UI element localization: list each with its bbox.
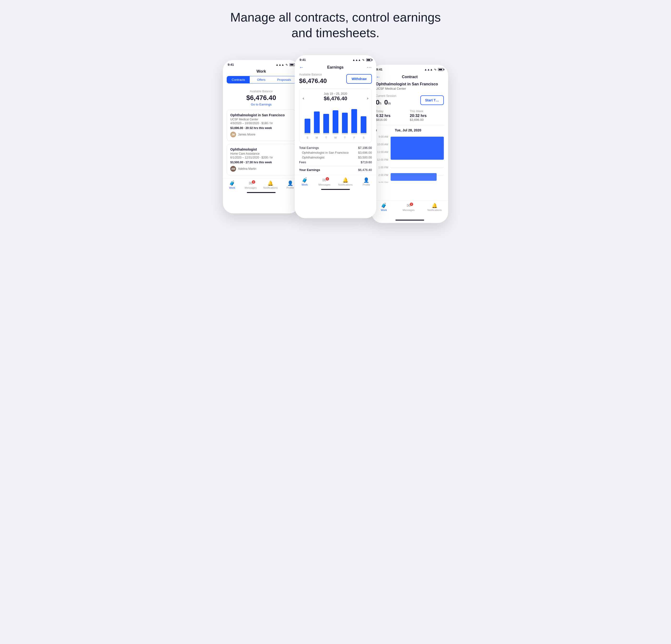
contract-card-1[interactable]: Ophthalmologist in San Francisco UCSF Me… (227, 110, 296, 141)
bar-label-0: S (303, 136, 312, 139)
bar-label-3: W (331, 136, 340, 139)
wifi-icon: ∿ (286, 63, 288, 66)
status-bar-right: 9:41 ▲▲▲ ∿ (371, 65, 448, 73)
time-slots: 9:00 AM10:00 AM11:00 AM12:00 PM1:00 PM2:… (376, 135, 444, 183)
time-label-4: 1:00 PM (376, 165, 388, 169)
week-col: This Week 20:32 hrs $3,696.00 (410, 110, 444, 122)
earnings-balance-left: Available Balance $6,476.40 (299, 73, 327, 85)
tab-offers[interactable]: Offers (250, 76, 273, 83)
contracts-tabs[interactable]: Contracts Offers Proposals (227, 76, 296, 84)
back-button-center[interactable]: ← (299, 64, 304, 70)
bar-label-6: S (359, 136, 368, 139)
fees-row: Fees $719.60 (299, 160, 372, 164)
time-label-6: 3:00 PM (376, 181, 388, 183)
time-row-6: 3:00 PM (376, 181, 444, 183)
withdraw-button[interactable]: Withdraw (346, 74, 372, 84)
bar-base-6 (361, 134, 366, 134)
bar-col-2 (321, 114, 331, 134)
start-timer-button[interactable]: Start T… (420, 96, 444, 105)
tab-notifications-right[interactable]: 🔔 Notifications (427, 203, 442, 211)
time-left: 9:41 (228, 63, 234, 66)
tab-notifications-left[interactable]: 🔔 Notifications (263, 181, 278, 189)
bar-label-1: M (312, 136, 321, 139)
profile-icon-left: 👤 (287, 181, 293, 186)
signal-icon: ▲▲▲ (276, 63, 284, 66)
contract-person-2: AM Adelina Martin (230, 166, 292, 172)
battery-icon-left (290, 63, 295, 66)
notifications-icon-left: 🔔 (267, 181, 274, 186)
bar-col-3 (331, 110, 340, 134)
phone-left: 9:41 ▲▲▲ ∿ Work Contracts Offers Proposa… (223, 60, 300, 213)
tab-work-right[interactable]: 🧳 Work (378, 203, 390, 211)
status-bar-center: 9:41 ▲▲▲ ∿ (295, 55, 376, 63)
status-icons-left: ▲▲▲ ∿ (276, 63, 295, 66)
contract-title-2: Ophthalmologist (230, 147, 292, 151)
bar-label-4: T (340, 136, 350, 139)
tab-messages-label-right: Messages (403, 209, 415, 211)
bar-label-5: F (350, 136, 359, 139)
messages-badge-left: 2 (252, 180, 255, 184)
signal-icon-c: ▲▲▲ (352, 58, 361, 62)
bar-base-1 (314, 134, 320, 134)
session-time: 0h 0m (376, 99, 396, 106)
go-earnings-link[interactable]: Go to Earnings (227, 103, 296, 106)
tab-work-left[interactable]: 🧳 Work (226, 181, 238, 189)
tab-work-label-center: Work (302, 183, 308, 186)
home-indicator-center (321, 189, 350, 190)
profile-icon-center: 👤 (363, 178, 369, 183)
back-button-right[interactable]: ← (376, 74, 381, 79)
chart-section: ‹ July 19 – 25, 2020 $6,476.40 › SMTWTFS (299, 88, 372, 143)
battery-icon-center (366, 59, 371, 61)
tab-bar-left: 🧳 Work ✉ 2 Messages 🔔 Notifications 👤 Pr… (223, 178, 300, 190)
tab-profile-center[interactable]: 👤 Profile (360, 178, 372, 186)
contract-person-1: JM James Moore (230, 132, 292, 137)
earnings-totals: Total Earnings $7,196.00 Ophthalmologist… (295, 143, 376, 172)
tab-notifications-center[interactable]: 🔔 Notifications (338, 178, 353, 186)
time-label-2: 11:00 AM (376, 150, 388, 153)
tab-messages-center[interactable]: ✉ 2 Messages (318, 178, 330, 186)
messages-badge-center: 2 (326, 177, 329, 181)
e-label: Available Balance (299, 73, 327, 76)
phones-container: 9:41 ▲▲▲ ∿ Work Contracts Offers Proposa… (204, 55, 467, 223)
tab-work-center[interactable]: 🧳 Work (299, 178, 311, 186)
work-header: Work (223, 68, 300, 76)
tab-notif-label-center: Notifications (338, 183, 353, 186)
tab-proposals[interactable]: Proposals (273, 76, 295, 83)
contract-card-2[interactable]: Ophthalmologist Home Care Assistance 6/1… (227, 144, 296, 175)
today-amount: $816.00 (376, 118, 410, 122)
e-amount: $6,476.40 (299, 77, 327, 85)
chart-prev-btn[interactable]: ‹ (303, 96, 304, 100)
today-week-row: Today 4:32 hrs $816.00 This Week 20:32 h… (376, 110, 444, 122)
tab-messages-label-left: Messages (245, 186, 257, 189)
bar-label-2: T (321, 136, 331, 139)
wifi-icon-c: ∿ (362, 58, 365, 62)
bar-3 (333, 110, 338, 133)
bar-col-5 (350, 109, 359, 134)
tab-contracts[interactable]: Contracts (227, 76, 250, 83)
status-icons-right: ▲▲▲ ∿ (424, 68, 443, 71)
bar-base-3 (333, 134, 338, 134)
contract-dates-2: 6/1/2020 – 12/31/2020 · $200 / hr (230, 156, 292, 159)
balance-amount: $6,476.40 (227, 94, 296, 102)
more-button-center[interactable]: ··· (367, 65, 372, 70)
chart-next-btn[interactable]: › (367, 96, 368, 100)
work-icon-right: 🧳 (381, 203, 387, 208)
bar-col-0 (303, 119, 312, 134)
sub-row-1: Ophthalmologist in San Francisco $3,696.… (299, 151, 372, 154)
work-icon-center: 🧳 (302, 178, 308, 183)
time-label-5: 2:00 PM (376, 173, 388, 176)
tab-profile-left[interactable]: 👤 Profile (284, 181, 296, 189)
cal-date-label: Tue, Jul 28, 2020 (395, 128, 421, 132)
wifi-icon-r: ∿ (434, 68, 436, 71)
contract-detail-title: Ophthalmologist in San Francisco (376, 82, 444, 86)
earnings-header: ← Earnings ··· (295, 63, 376, 73)
time-label-1: 10:00 AM (376, 143, 388, 146)
contract-earnings-1: $3,696.00 · 20:32 hrs this week (230, 126, 292, 130)
tab-messages-left[interactable]: ✉ 2 Messages (245, 181, 257, 189)
bar-6 (361, 116, 366, 133)
tab-messages-right[interactable]: ✉ 2 Messages (403, 203, 415, 211)
tab-messages-label-center: Messages (318, 183, 330, 186)
time-label-0: 9:00 AM (376, 135, 388, 138)
today-hours: 4:32 hrs (376, 114, 410, 118)
contract-header-title: Contract (402, 75, 418, 79)
